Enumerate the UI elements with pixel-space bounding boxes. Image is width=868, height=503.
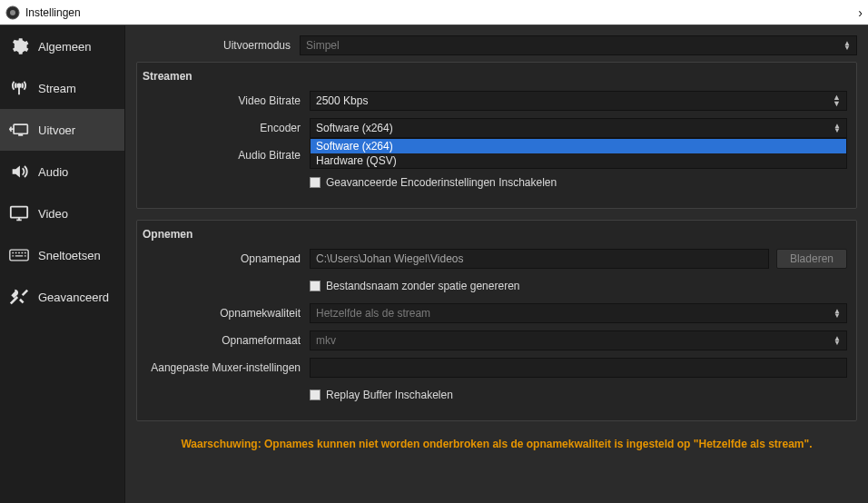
video-bitrate-value: 2500 Kbps — [316, 94, 368, 107]
warning-text: Waarschuwing: Opnames kunnen niet worden… — [136, 432, 857, 450]
sidebar-item-label: Sneltoetsen — [38, 249, 101, 262]
checkbox-box-icon — [310, 281, 321, 291]
content: Algemeen Stream Uitvoer Audio Video — [0, 25, 868, 503]
svg-rect-5 — [10, 250, 28, 261]
encoder-option-software[interactable]: Software (x264) — [311, 139, 846, 153]
advanced-encoder-checkbox-label: Geavanceerde Encoderinstellingen Inschak… — [326, 176, 557, 189]
sidebar-item-label: Audio — [38, 165, 68, 179]
audio-bitrate-label: Audio Bitrate — [146, 149, 310, 162]
video-bitrate-row: Video Bitrate 2500 Kbps ▲▼ — [146, 90, 847, 112]
speaker-icon — [9, 162, 29, 182]
recording-group-title: Opnemen — [143, 228, 847, 241]
recording-path-input[interactable]: C:\Users\Johan Wiegel\Videos — [310, 249, 769, 269]
recording-quality-row: Opnamekwaliteit Hetzelfde als de stream … — [146, 302, 847, 324]
streaming-group: Streamen Video Bitrate 2500 Kbps ▲▼ Enco… — [136, 62, 857, 209]
updown-icon: ▲▼ — [843, 41, 851, 50]
encoder-row: Encoder Software (x264) ▲▼ Software (x26… — [146, 117, 847, 139]
updown-icon: ▲▼ — [833, 336, 841, 345]
video-bitrate-label: Video Bitrate — [146, 94, 310, 107]
checkbox-box-icon — [310, 177, 321, 188]
recording-format-label: Opnameformaat — [146, 334, 310, 347]
tools-icon — [9, 287, 29, 307]
spinner-arrows-icon[interactable]: ▲▼ — [833, 94, 841, 107]
muxer-input[interactable] — [310, 358, 847, 378]
advanced-encoder-checkbox[interactable]: Geavanceerde Encoderinstellingen Inschak… — [310, 176, 557, 189]
encoder-label: Encoder — [146, 122, 310, 134]
svg-point-1 — [10, 10, 15, 15]
monitor-icon — [9, 203, 29, 223]
svg-rect-3 — [14, 124, 27, 133]
sidebar-item-geavanceerd[interactable]: Geavanceerd — [0, 276, 124, 318]
monitor-out-icon — [9, 120, 29, 140]
muxer-label: Aangepaste Muxer-instellingen — [146, 361, 310, 374]
svg-point-2 — [17, 84, 21, 87]
sidebar-item-sneltoetsen[interactable]: Sneltoetsen — [0, 234, 124, 276]
updown-icon: ▲▼ — [833, 309, 841, 318]
replay-buffer-checkbox-label: Replay Buffer Inschakelen — [326, 389, 453, 401]
antenna-icon — [9, 78, 29, 98]
video-bitrate-input[interactable]: 2500 Kbps ▲▼ — [310, 91, 847, 111]
encoder-dropdown[interactable]: Software (x264) ▲▼ Software (x264) Hardw… — [310, 118, 847, 138]
output-mode-dropdown[interactable]: Simpel ▲▼ — [300, 35, 857, 55]
muxer-row: Aangepaste Muxer-instellingen — [146, 357, 847, 379]
updown-icon: ▲▼ — [833, 123, 841, 133]
sidebar-item-stream[interactable]: Stream — [0, 67, 124, 109]
window-chevron-icon[interactable]: › — [858, 5, 863, 20]
sidebar-item-label: Uitvoer — [38, 123, 75, 137]
sidebar-item-label: Video — [38, 207, 68, 221]
recording-quality-label: Opnamekwaliteit — [146, 307, 310, 320]
replay-buffer-checkbox[interactable]: Replay Buffer Inschakelen — [310, 389, 453, 401]
sidebar-item-label: Algemeen — [38, 40, 92, 54]
recording-format-value: mkv — [316, 334, 336, 347]
sidebar-item-audio[interactable]: Audio — [0, 151, 124, 192]
output-mode-row: Uitvoermodus Simpel ▲▼ — [136, 35, 857, 56]
sidebar-item-label: Stream — [38, 82, 76, 95]
sidebar-item-uitvoer[interactable]: Uitvoer — [0, 109, 124, 151]
browse-button[interactable]: Bladeren — [776, 249, 847, 269]
nospace-checkbox-label: Bestandsnaam zonder spatie genereren — [326, 280, 519, 292]
sidebar-item-algemeen[interactable]: Algemeen — [0, 25, 124, 67]
checkbox-box-icon — [310, 390, 321, 400]
obs-logo-icon — [5, 5, 20, 20]
encoder-value: Software (x264) — [316, 122, 393, 134]
recording-group: Opnemen Opnamepad C:\Users\Johan Wiegel\… — [136, 220, 857, 421]
recording-path-row: Opnamepad C:\Users\Johan Wiegel\Videos B… — [146, 248, 847, 270]
keyboard-icon — [9, 245, 29, 265]
output-mode-label: Uitvoermodus — [136, 39, 300, 52]
output-mode-value: Simpel — [306, 39, 340, 52]
window-title: Instellingen — [25, 6, 81, 19]
encoder-dropdown-menu: Software (x264) Hardware (QSV) — [310, 138, 847, 169]
gear-icon — [9, 36, 29, 56]
recording-quality-dropdown[interactable]: Hetzelfde als de stream ▲▼ — [310, 303, 847, 323]
replay-row: Replay Buffer Inschakelen — [146, 384, 847, 406]
recording-path-label: Opnamepad — [146, 252, 310, 265]
encoder-option-hardware[interactable]: Hardware (QSV) — [311, 153, 846, 168]
nospace-row: Bestandsnaam zonder spatie genereren — [146, 275, 847, 297]
recording-path-value: C:\Users\Johan Wiegel\Videos — [316, 252, 464, 265]
recording-format-row: Opnameformaat mkv ▲▼ — [146, 330, 847, 351]
sidebar-item-video[interactable]: Video — [0, 192, 124, 234]
titlebar: Instellingen › — [0, 0, 868, 25]
recording-format-dropdown[interactable]: mkv ▲▼ — [310, 330, 847, 350]
main-panel: Uitvoermodus Simpel ▲▼ Streamen Video Bi… — [125, 25, 868, 503]
sidebar-item-label: Geavanceerd — [38, 291, 109, 304]
settings-sidebar: Algemeen Stream Uitvoer Audio Video — [0, 25, 125, 503]
streaming-group-title: Streamen — [143, 70, 847, 83]
nospace-checkbox[interactable]: Bestandsnaam zonder spatie genereren — [310, 280, 519, 292]
svg-rect-4 — [11, 207, 27, 218]
recording-quality-value: Hetzelfde als de stream — [316, 307, 430, 320]
advanced-encoder-row: Geavanceerde Encoderinstellingen Inschak… — [146, 172, 847, 193]
